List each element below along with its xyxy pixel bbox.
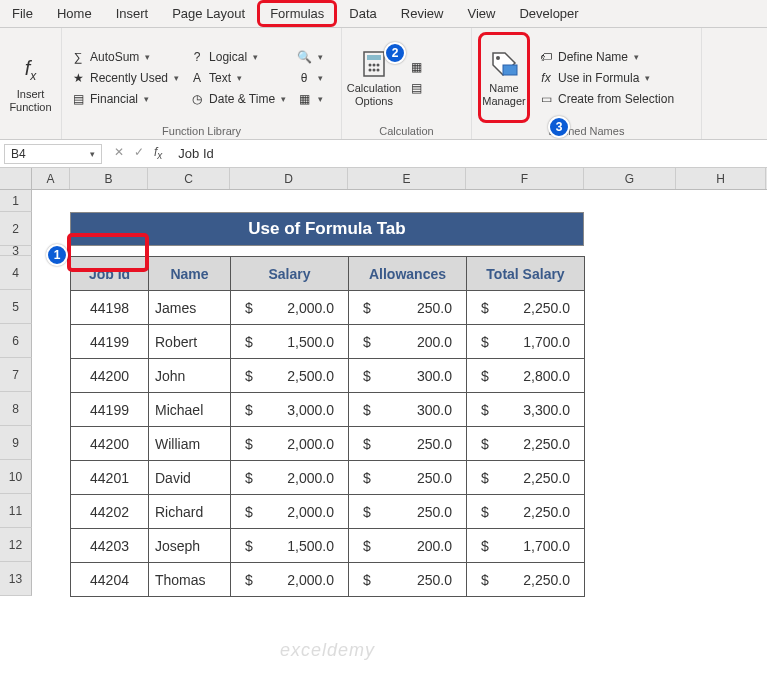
cell-allow[interactable]: $300.0: [349, 359, 467, 393]
cell-name[interactable]: David: [149, 461, 231, 495]
tab-view[interactable]: View: [455, 1, 507, 26]
cell-salary[interactable]: $2,000.0: [231, 291, 349, 325]
cell-jobid[interactable]: 44199: [71, 325, 149, 359]
math-button[interactable]: θ▾: [294, 69, 325, 87]
select-all-corner[interactable]: [0, 168, 32, 189]
cell-salary[interactable]: $1,500.0: [231, 529, 349, 563]
cell-total[interactable]: $2,250.0: [467, 291, 585, 325]
tab-formulas[interactable]: Formulas: [257, 0, 337, 27]
cell-name[interactable]: William: [149, 427, 231, 461]
cancel-icon[interactable]: ✕: [114, 145, 124, 161]
financial-button[interactable]: ▤Financial▾: [68, 90, 181, 108]
col-header-G[interactable]: G: [584, 168, 676, 189]
tab-developer[interactable]: Developer: [507, 1, 590, 26]
date-time-button[interactable]: ◷Date & Time▾: [187, 90, 288, 108]
lookup-button[interactable]: 🔍▾: [294, 48, 325, 66]
cell-name[interactable]: Thomas: [149, 563, 231, 597]
cell-salary[interactable]: $2,000.0: [231, 563, 349, 597]
cell-allow[interactable]: $250.0: [349, 291, 467, 325]
cell-salary[interactable]: $1,500.0: [231, 325, 349, 359]
cell-name[interactable]: Richard: [149, 495, 231, 529]
tab-file[interactable]: File: [0, 1, 45, 26]
cell-allow[interactable]: $250.0: [349, 563, 467, 597]
header-total[interactable]: Total Salary: [467, 257, 585, 291]
cell-allow[interactable]: $200.0: [349, 325, 467, 359]
cell-jobid[interactable]: 44200: [71, 359, 149, 393]
row-header-12[interactable]: 12: [0, 528, 32, 562]
cell-salary[interactable]: $2,000.0: [231, 461, 349, 495]
cell-name[interactable]: James: [149, 291, 231, 325]
name-manager-button[interactable]: Name Manager: [478, 32, 530, 123]
tab-review[interactable]: Review: [389, 1, 456, 26]
cell-allow[interactable]: $300.0: [349, 393, 467, 427]
text-button[interactable]: AText▾: [187, 69, 288, 87]
row-header-11[interactable]: 11: [0, 494, 32, 528]
cell-jobid[interactable]: 44202: [71, 495, 149, 529]
cell-total[interactable]: $2,250.0: [467, 563, 585, 597]
calc-sheet-button[interactable]: ▤: [406, 79, 426, 97]
row-header-5[interactable]: 5: [0, 290, 32, 324]
cell-name[interactable]: Michael: [149, 393, 231, 427]
cell-salary[interactable]: $2,500.0: [231, 359, 349, 393]
cell-salary[interactable]: $2,000.0: [231, 427, 349, 461]
col-header-B[interactable]: B: [70, 168, 148, 189]
recently-used-button[interactable]: ★Recently Used▾: [68, 69, 181, 87]
cell-allow[interactable]: $250.0: [349, 495, 467, 529]
cell-total[interactable]: $2,250.0: [467, 427, 585, 461]
logical-button[interactable]: ?Logical▾: [187, 48, 288, 66]
insert-function-button[interactable]: fx Insert Function: [6, 32, 55, 135]
row-header-8[interactable]: 8: [0, 392, 32, 426]
tab-page-layout[interactable]: Page Layout: [160, 1, 257, 26]
more-button[interactable]: ▦▾: [294, 90, 325, 108]
cell-jobid[interactable]: 44200: [71, 427, 149, 461]
row-header-6[interactable]: 6: [0, 324, 32, 358]
create-from-selection-button[interactable]: ▭Create from Selection: [536, 90, 676, 108]
header-jobid[interactable]: Job Id: [71, 257, 149, 291]
fx-icon[interactable]: fx: [154, 145, 162, 161]
cell-jobid[interactable]: 44201: [71, 461, 149, 495]
cell-name[interactable]: Joseph: [149, 529, 231, 563]
col-header-E[interactable]: E: [348, 168, 466, 189]
cell-jobid[interactable]: 44203: [71, 529, 149, 563]
col-header-A[interactable]: A: [32, 168, 70, 189]
cell-jobid[interactable]: 44204: [71, 563, 149, 597]
cell-total[interactable]: $2,250.0: [467, 461, 585, 495]
tab-data[interactable]: Data: [337, 1, 388, 26]
cell-salary[interactable]: $2,000.0: [231, 495, 349, 529]
cell-allow[interactable]: $250.0: [349, 461, 467, 495]
define-name-button[interactable]: 🏷Define Name▾: [536, 48, 676, 66]
name-box[interactable]: B4▾: [4, 144, 102, 164]
row-header-3[interactable]: 3: [0, 246, 32, 256]
cell-total[interactable]: $1,700.0: [467, 325, 585, 359]
col-header-D[interactable]: D: [230, 168, 348, 189]
header-allowances[interactable]: Allowances: [349, 257, 467, 291]
col-header-F[interactable]: F: [466, 168, 584, 189]
tab-home[interactable]: Home: [45, 1, 104, 26]
cell-name[interactable]: John: [149, 359, 231, 393]
row-header-13[interactable]: 13: [0, 562, 32, 596]
cell-allow[interactable]: $250.0: [349, 427, 467, 461]
formula-input[interactable]: Job Id: [170, 144, 767, 163]
cell-total[interactable]: $1,700.0: [467, 529, 585, 563]
row-header-7[interactable]: 7: [0, 358, 32, 392]
tab-insert[interactable]: Insert: [104, 1, 161, 26]
header-salary[interactable]: Salary: [231, 257, 349, 291]
row-header-1[interactable]: 1: [0, 190, 32, 212]
cell-total[interactable]: $2,800.0: [467, 359, 585, 393]
row-header-2[interactable]: 2: [0, 212, 32, 246]
row-header-9[interactable]: 9: [0, 426, 32, 460]
cell-jobid[interactable]: 44199: [71, 393, 149, 427]
cell-allow[interactable]: $200.0: [349, 529, 467, 563]
col-header-C[interactable]: C: [148, 168, 230, 189]
accept-icon[interactable]: ✓: [134, 145, 144, 161]
cell-name[interactable]: Robert: [149, 325, 231, 359]
autosum-button[interactable]: ∑AutoSum▾: [68, 48, 181, 66]
cell-jobid[interactable]: 44198: [71, 291, 149, 325]
row-header-4[interactable]: 4: [0, 256, 32, 290]
row-header-10[interactable]: 10: [0, 460, 32, 494]
header-name[interactable]: Name: [149, 257, 231, 291]
cell-salary[interactable]: $3,000.0: [231, 393, 349, 427]
col-header-H[interactable]: H: [676, 168, 766, 189]
calc-now-button[interactable]: ▦: [406, 58, 426, 76]
use-in-formula-button[interactable]: fxUse in Formula▾: [536, 69, 676, 87]
